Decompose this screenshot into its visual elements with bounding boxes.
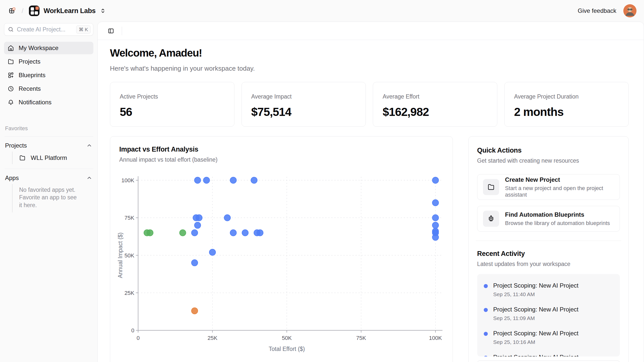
folder-icon — [8, 58, 14, 65]
svg-text:75K: 75K — [125, 215, 134, 221]
search-placeholder: Create AI Project... — [17, 26, 76, 33]
activity-dot-icon — [484, 308, 488, 312]
stat-value: $75,514 — [251, 105, 356, 119]
stat-label: Active Projects — [120, 93, 225, 100]
search-icon — [8, 26, 14, 32]
impact-effort-chart-card: Impact vs Effort Analysis Annual impact … — [110, 136, 453, 362]
stat-card-average-impact: Average Impact $75,514 — [242, 82, 366, 127]
view-all-activity-button[interactable]: View All Activity — [477, 360, 620, 362]
action-description: Browse the library of automation bluepri… — [505, 220, 610, 227]
stat-label: Average Impact — [251, 93, 356, 100]
folder-icon — [19, 155, 26, 161]
home-icon — [8, 45, 14, 51]
activity-timestamp: Sep 25, 11:40 AM — [493, 291, 579, 297]
app-grid-logo-icon[interactable] — [9, 7, 16, 15]
chevron-up-icon — [86, 143, 92, 149]
stat-card-average-duration: Average Project Duration 2 months — [504, 82, 629, 127]
sidebar-item-projects[interactable]: Projects — [4, 55, 93, 68]
stat-label: Average Effort — [383, 93, 488, 100]
svg-text:50K: 50K — [282, 335, 292, 341]
favorites-projects-section-header[interactable]: Projects — [5, 142, 92, 149]
favorites-label: Favorites — [5, 125, 93, 132]
right-panel-card: Quick Actions Get started with creating … — [468, 136, 629, 362]
favorites-apps-tree: No favorited apps yet. Favorite an app t… — [12, 184, 93, 212]
search-input[interactable]: Create AI Project... ⌘ K — [4, 23, 93, 36]
recent-activity-subtitle: Latest updates from your workspace — [477, 261, 620, 267]
blueprints-grid-icon — [8, 72, 14, 78]
stat-value: 2 months — [514, 105, 619, 119]
main-content: Welcome, Amadeu! Here's what's happening… — [98, 40, 644, 362]
favorites-apps-section-header[interactable]: Apps — [5, 174, 92, 182]
chart-subtitle: Annual impact vs total effort (baseline) — [119, 156, 453, 163]
activity-title: Project Scoping: New AI Project — [493, 306, 579, 313]
chart-title: Impact vs Effort Analysis — [119, 146, 453, 153]
bell-icon — [8, 99, 14, 106]
svg-text:25K: 25K — [125, 290, 134, 296]
breadcrumb-separator: / — [22, 7, 23, 15]
divider — [476, 241, 621, 241]
chevron-up-icon — [86, 175, 92, 181]
favorites-projects-tree: WLL Platform — [12, 152, 93, 164]
stat-label: Average Project Duration — [514, 93, 619, 100]
stat-card-average-effort: Average Effort $162,982 — [373, 82, 497, 127]
sidebar-item-my-workspace[interactable]: My Workspace — [4, 42, 93, 54]
main-panel: Welcome, Amadeu! Here's what's happening… — [97, 22, 644, 362]
scatter-plot: 0025K25K50K50K75K75K100K100KTotal Effort… — [117, 165, 444, 361]
create-new-project-action[interactable]: Create New Project Start a new project a… — [477, 174, 620, 200]
svg-text:100K: 100K — [122, 177, 135, 184]
activity-dot-icon — [484, 284, 488, 288]
activity-item[interactable]: Project Scoping: New AI Project Sep 25, … — [484, 330, 613, 345]
svg-text:0: 0 — [137, 335, 140, 341]
chevrons-up-down-icon — [100, 8, 106, 14]
tree-item-label: WLL Platform — [31, 154, 67, 161]
action-title: Find Automation Blueprints — [505, 211, 610, 218]
action-title: Create New Project — [505, 176, 614, 183]
sidebar-nav: My Workspace Projects Blueprints Recents… — [4, 42, 93, 109]
stat-value: $162,982 — [383, 105, 488, 119]
sidebar-toggle-icon[interactable] — [108, 28, 114, 34]
favorite-project-wll-platform[interactable]: WLL Platform — [19, 152, 93, 164]
svg-text:25K: 25K — [208, 335, 217, 341]
page-title: Welcome, Amadeu! — [110, 47, 629, 59]
topbar: / WorkLearn Labs Give feedback — [0, 0, 644, 22]
sidebar-item-label: Recents — [19, 85, 41, 92]
sidebar-item-label: Notifications — [19, 99, 52, 106]
search-shortcut-badge: ⌘ K — [76, 25, 91, 34]
svg-text:0: 0 — [131, 327, 134, 334]
sidebar-item-label: Projects — [19, 58, 41, 65]
stat-card-active-projects: Active Projects 56 — [110, 82, 234, 127]
activity-dot-icon — [484, 332, 488, 336]
sidebar-item-recents[interactable]: Recents — [4, 82, 93, 95]
give-feedback-button[interactable]: Give feedback — [578, 7, 616, 14]
robot-icon — [483, 211, 499, 227]
sidebar: Create AI Project... ⌘ K My Workspace Pr… — [0, 22, 97, 362]
svg-text:Annual Impact ($): Annual Impact ($) — [117, 233, 124, 278]
page-subtitle: Here's what's happening in your workspac… — [110, 65, 629, 72]
activity-timestamp: Sep 25, 10:16 AM — [493, 339, 579, 345]
user-avatar[interactable] — [623, 4, 636, 17]
activity-title: Project Scoping: New AI Project — [493, 282, 579, 289]
svg-text:75K: 75K — [356, 335, 366, 341]
activity-item[interactable]: Project Scoping: New AI Project Sep 25, … — [484, 306, 613, 321]
sidebar-item-blueprints[interactable]: Blueprints — [4, 69, 93, 81]
stats-row: Active Projects 56 Average Impact $75,51… — [110, 82, 629, 127]
activity-timestamp: Sep 25, 11:09 AM — [493, 315, 579, 321]
activity-title: Project Scoping: New AI Project — [493, 354, 579, 356]
folder-icon — [483, 179, 499, 195]
sidebar-item-label: My Workspace — [19, 44, 58, 52]
clock-icon — [8, 85, 14, 92]
svg-text:Total Effort ($): Total Effort ($) — [269, 346, 305, 352]
stat-value: 56 — [120, 105, 225, 119]
org-logo-icon — [29, 6, 39, 16]
activity-item[interactable]: Project Scoping: New AI Project — [484, 354, 613, 356]
divider — [5, 136, 93, 137]
activity-list: Project Scoping: New AI Project Sep 25, … — [477, 274, 620, 356]
find-automation-blueprints-action[interactable]: Find Automation Blueprints Browse the li… — [477, 206, 620, 232]
quick-actions-title: Quick Actions — [477, 147, 620, 154]
sidebar-item-notifications[interactable]: Notifications — [4, 96, 93, 109]
activity-item[interactable]: Project Scoping: New AI Project Sep 25, … — [484, 282, 613, 297]
activity-dot-icon — [484, 356, 488, 356]
org-switcher[interactable]: WorkLearn Labs — [29, 6, 106, 16]
section-title: Apps — [5, 174, 19, 182]
quick-actions-subtitle: Get started with creating new resources — [477, 157, 620, 164]
